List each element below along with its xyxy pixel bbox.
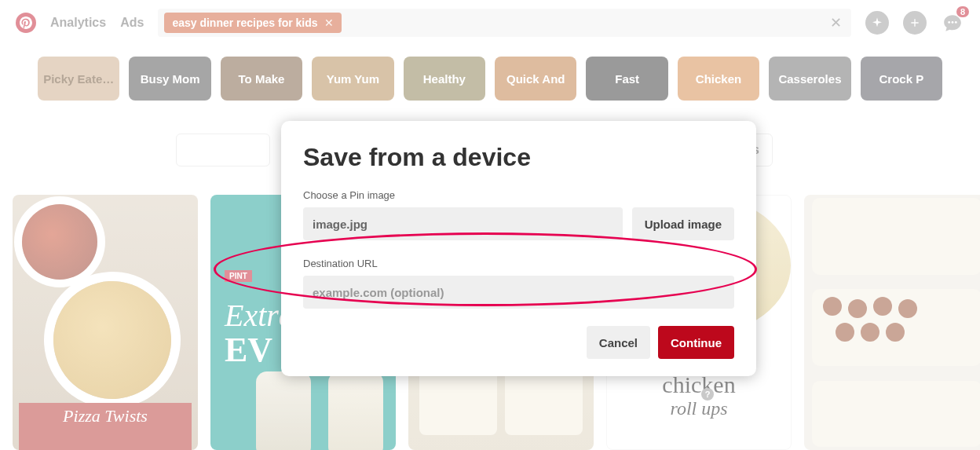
- explore-icon[interactable]: [865, 11, 889, 35]
- notification-badge: 8: [956, 6, 969, 17]
- destination-url-input[interactable]: [303, 276, 734, 309]
- category-chip[interactable]: Busy Mom: [129, 57, 210, 101]
- category-chip[interactable]: Casseroles: [769, 57, 850, 101]
- category-chip[interactable]: Picky Eate…: [38, 57, 119, 101]
- svg-point-0: [948, 21, 950, 24]
- category-chip[interactable]: Quick And: [495, 57, 576, 101]
- category-chip[interactable]: Fast: [586, 57, 667, 101]
- pin-image-filename: image.jpg: [303, 207, 623, 240]
- pin-text: EV: [225, 330, 272, 370]
- pin-tag: PINT: [225, 270, 252, 282]
- category-chip[interactable]: To Make: [221, 57, 302, 101]
- help-icon[interactable]: ?: [701, 388, 714, 401]
- category-chip[interactable]: Healthy: [404, 57, 485, 101]
- messages-icon[interactable]: 8: [941, 11, 964, 35]
- search-chip[interactable]: easy dinner recipes for kids ✕: [164, 13, 341, 33]
- svg-point-1: [952, 21, 954, 24]
- app-root: Analytics Ads easy dinner recipes for ki…: [0, 0, 980, 450]
- filter-chip-left[interactable]: [176, 134, 270, 166]
- global-header: Analytics Ads easy dinner recipes for ki…: [0, 0, 980, 46]
- category-row: Picky Eate… Busy Mom To Make Yum Yum Hea…: [0, 57, 980, 101]
- destination-url-label: Destination URL: [303, 258, 734, 269]
- save-from-device-modal: Save from a device Choose a Pin image im…: [281, 121, 756, 376]
- search-clear-icon[interactable]: ✕: [830, 14, 842, 31]
- search-input[interactable]: easy dinner recipes for kids ✕ ✕: [158, 9, 851, 37]
- category-chip[interactable]: Yum Yum: [312, 57, 393, 101]
- category-chip[interactable]: Crock P: [861, 57, 942, 101]
- nav-analytics[interactable]: Analytics: [50, 16, 106, 30]
- pin-subtitle: Pizza Twists: [19, 404, 192, 450]
- continue-button[interactable]: Continue: [658, 326, 734, 359]
- pinterest-logo-icon[interactable]: [16, 13, 36, 33]
- svg-point-2: [955, 21, 957, 24]
- chip-remove-icon[interactable]: ✕: [324, 16, 334, 29]
- nav-ads[interactable]: Ads: [120, 16, 144, 30]
- upload-image-button[interactable]: Upload image: [632, 207, 734, 240]
- modal-title: Save from a device: [303, 143, 734, 172]
- pin-card[interactable]: [804, 195, 980, 450]
- pin-card[interactable]: PEPPERONI Pizza Twists: [13, 195, 198, 450]
- category-chip[interactable]: Chicken: [678, 57, 759, 101]
- add-icon[interactable]: [903, 11, 927, 35]
- choose-image-label: Choose a Pin image: [303, 189, 734, 201]
- cancel-button[interactable]: Cancel: [587, 326, 650, 359]
- search-chip-text: easy dinner recipes for kids: [172, 16, 317, 29]
